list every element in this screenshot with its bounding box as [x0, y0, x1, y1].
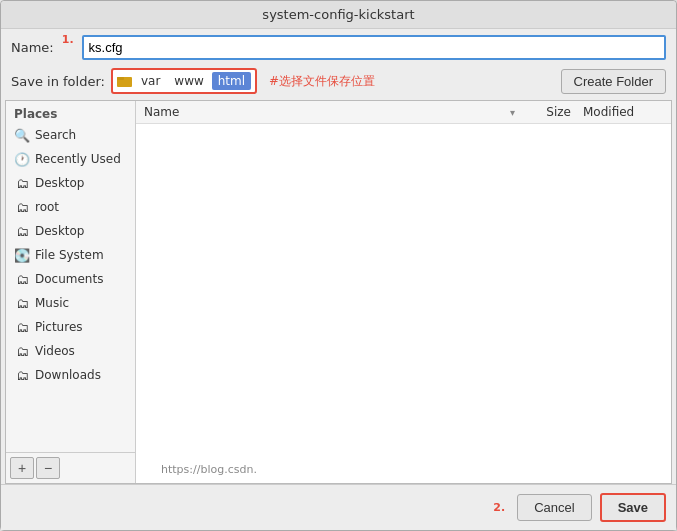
col-header-modified: Modified: [583, 105, 663, 119]
sidebar-item-label-downloads: Downloads: [35, 368, 101, 382]
sidebar-item-desktop2[interactable]: 🗂 Desktop: [6, 219, 135, 243]
breadcrumb-bar: var www html: [111, 68, 257, 94]
col-header-name: Name: [144, 105, 506, 119]
folder-icon-2: 🗂: [14, 199, 30, 215]
sidebar-item-search[interactable]: 🔍 Search: [6, 123, 135, 147]
file-save-dialog: system-config-kickstart Name: 1. Save in…: [0, 0, 677, 531]
sidebar-item-label-recently-used: Recently Used: [35, 152, 121, 166]
sidebar-item-music[interactable]: 🗂 Music: [6, 291, 135, 315]
bottom-bar: 2. Cancel Save: [1, 484, 676, 530]
col-header-size: Size: [519, 105, 579, 119]
sidebar-item-recently-used[interactable]: 🕐 Recently Used: [6, 147, 135, 171]
folder-icon-5: 🗂: [14, 295, 30, 311]
add-location-button[interactable]: +: [10, 457, 34, 479]
breadcrumb-var[interactable]: var: [135, 72, 166, 90]
folder-hint: #选择文件保存位置: [269, 73, 375, 90]
sidebar-item-label-music: Music: [35, 296, 69, 310]
sidebar-item-desktop1[interactable]: 🗂 Desktop: [6, 171, 135, 195]
sidebar-controls: + −: [6, 452, 135, 483]
folder-icon-3: 🗂: [14, 223, 30, 239]
folder-icon-7: 🗂: [14, 343, 30, 359]
content-header: Name ▾ Size Modified: [136, 101, 671, 124]
name-row: Name: 1.: [1, 29, 676, 66]
breadcrumb-www[interactable]: www: [168, 72, 209, 90]
annotation-2: 2.: [493, 501, 505, 514]
sidebar-item-label-pictures: Pictures: [35, 320, 83, 334]
save-in-row: Save in folder: var www html #选择文件保存位置 C…: [1, 66, 676, 100]
sidebar-item-label-desktop2: Desktop: [35, 224, 85, 238]
remove-location-button[interactable]: −: [36, 457, 60, 479]
search-icon: 🔍: [14, 127, 30, 143]
folder-icon-6: 🗂: [14, 319, 30, 335]
sidebar-item-label-documents: Documents: [35, 272, 103, 286]
cancel-button[interactable]: Cancel: [517, 494, 591, 521]
filename-input[interactable]: [82, 35, 666, 60]
breadcrumb-html[interactable]: html: [212, 72, 251, 90]
sidebar: Places 🔍 Search 🕐 Recently Used 🗂 Deskto…: [6, 101, 136, 483]
content-area: Name ▾ Size Modified: [136, 101, 671, 483]
title-bar: system-config-kickstart: [1, 1, 676, 29]
folder-icon-4: 🗂: [14, 271, 30, 287]
sort-arrow-icon: ▾: [510, 107, 515, 118]
sidebar-item-root[interactable]: 🗂 root: [6, 195, 135, 219]
file-list: [136, 124, 671, 483]
sidebar-item-label-file-system: File System: [35, 248, 104, 262]
sidebar-header: Places: [6, 101, 135, 123]
sidebar-item-label-desktop1: Desktop: [35, 176, 85, 190]
drive-icon: 💽: [14, 247, 30, 263]
svg-rect-1: [117, 77, 124, 80]
annotation-1: 1.: [62, 33, 74, 46]
folder-icon-8: 🗂: [14, 367, 30, 383]
folder-icon: [117, 74, 133, 88]
sidebar-item-downloads[interactable]: 🗂 Downloads: [6, 363, 135, 387]
sidebar-item-label-search: Search: [35, 128, 76, 142]
name-label: Name:: [11, 40, 54, 55]
sidebar-item-videos[interactable]: 🗂 Videos: [6, 339, 135, 363]
main-area: Places 🔍 Search 🕐 Recently Used 🗂 Deskto…: [5, 100, 672, 484]
folder-icon-1: 🗂: [14, 175, 30, 191]
sidebar-item-label-videos: Videos: [35, 344, 75, 358]
sidebar-item-file-system[interactable]: 💽 File System: [6, 243, 135, 267]
dialog-title: system-config-kickstart: [262, 7, 414, 22]
save-in-label: Save in folder:: [11, 74, 105, 89]
sidebar-item-pictures[interactable]: 🗂 Pictures: [6, 315, 135, 339]
create-folder-button[interactable]: Create Folder: [561, 69, 666, 94]
clock-icon: 🕐: [14, 151, 30, 167]
sidebar-item-documents[interactable]: 🗂 Documents: [6, 267, 135, 291]
sidebar-item-label-root: root: [35, 200, 59, 214]
save-button[interactable]: Save: [600, 493, 666, 522]
